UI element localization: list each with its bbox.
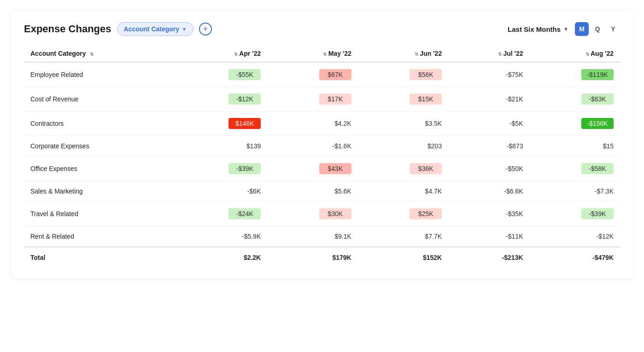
cell-value: $3.5K: [425, 120, 442, 127]
cell-apr22: $146K: [177, 111, 267, 136]
cell-apr22: $139: [177, 136, 267, 157]
cell-value: -$39K: [228, 163, 261, 174]
table-row: Office Expenses-$39K$43K$36K-$50K-$58K: [24, 157, 620, 181]
cell-value: -$12K: [597, 233, 614, 240]
cell-value: -$39K: [581, 208, 614, 219]
col-header-jul22[interactable]: ⇅ Jul '22: [448, 45, 529, 62]
plus-icon: +: [203, 25, 208, 33]
cell-value: -$75K: [506, 71, 523, 78]
filter-label: Account Category: [124, 25, 180, 33]
expense-table: Account Category ⇅ ⇅ Apr '22 ⇅ May '22 ⇅…: [24, 45, 620, 268]
table-row: Contractors$146K$4.2K$3.5K-$5K-$156K: [24, 111, 620, 136]
table-row: Corporate Expenses$139-$1.6K$203-$873$15: [24, 136, 620, 157]
cell-jun22: $56K: [358, 62, 448, 87]
cell-value: $146K: [228, 118, 261, 129]
monthly-view-button[interactable]: M: [575, 22, 589, 36]
cell-value: $17K: [319, 94, 351, 105]
cell-value: -$5K: [509, 120, 523, 127]
yearly-view-button[interactable]: Y: [606, 22, 620, 36]
cell-may22: -$1.6K: [267, 136, 357, 157]
view-toggles: M Q Y: [575, 22, 620, 36]
table-row: Sales & Marketing-$6K$5.6K$4.7K-$6.6K-$7…: [24, 181, 620, 202]
cell-jul22: -$873: [448, 136, 529, 157]
cell-jul22: -$11K: [448, 226, 529, 247]
add-filter-button[interactable]: +: [199, 23, 212, 35]
cell-value: $4.2K: [334, 120, 351, 127]
cell-value: $67K: [319, 69, 351, 80]
sort-icon: ⇅: [90, 52, 94, 57]
cell-category: Rent & Related: [24, 226, 177, 247]
col-header-may22[interactable]: ⇅ May '22: [267, 45, 357, 62]
cell-aug22: -$58K: [529, 157, 620, 181]
cell-value: -$156K: [581, 118, 614, 129]
expense-changes-widget: Expense Changes Account Category ▼ + Las…: [11, 11, 633, 279]
cell-value: $203: [427, 142, 442, 150]
table-row: Rent & Related-$5.9K$9.1K$7.7K-$11K-$12K: [24, 226, 620, 247]
cell-jun22: $15K: [358, 87, 448, 111]
sort-icon: ⇅: [415, 52, 418, 57]
cell-apr22: -$55K: [177, 62, 267, 87]
totals-row: Total $2.2K $179K $152K -$213K -$479K: [24, 247, 620, 268]
cell-jul22: -$75K: [448, 62, 529, 87]
cell-value: $7.7K: [425, 233, 442, 240]
cell-jun22: $203: [358, 136, 448, 157]
cell-value: -$55K: [228, 69, 261, 80]
cell-category: Corporate Expenses: [24, 136, 177, 157]
cell-category: Travel & Related: [24, 202, 177, 226]
period-chevron-icon: ▼: [563, 26, 568, 32]
cell-category: Office Expenses: [24, 157, 177, 181]
table-row: Travel & Related-$24K$30K$25K-$35K-$39K: [24, 202, 620, 226]
cell-aug22: $15: [529, 136, 620, 157]
cell-value: $30K: [319, 208, 351, 219]
cell-aug22: -$12K: [529, 226, 620, 247]
cell-value: -$5.9K: [242, 233, 261, 240]
cell-may22: $5.6K: [267, 181, 357, 202]
account-category-filter-button[interactable]: Account Category ▼: [117, 22, 193, 36]
cell-value: $36K: [410, 163, 442, 174]
table-row: Cost of Revenue-$12K$17K$15K-$21K-$83K: [24, 87, 620, 111]
cell-value: -$6K: [247, 188, 261, 195]
cell-apr22: -$24K: [177, 202, 267, 226]
cell-may22: $4.2K: [267, 111, 357, 136]
period-selector[interactable]: Last Six Months ▼: [508, 25, 568, 33]
cell-aug22: -$39K: [529, 202, 620, 226]
col-header-category[interactable]: Account Category ⇅: [24, 45, 177, 62]
header-right: Last Six Months ▼ M Q Y: [508, 22, 620, 36]
cell-apr22: -$12K: [177, 87, 267, 111]
cell-aug22: -$156K: [529, 111, 620, 136]
period-label: Last Six Months: [508, 25, 561, 33]
cell-aug22: -$83K: [529, 87, 620, 111]
table-row: Employee Related-$55K$67K$56K-$75K-$119K: [24, 62, 620, 87]
cell-value: -$58K: [581, 163, 614, 174]
cell-value: $5.6K: [334, 188, 351, 195]
cell-value: -$119K: [581, 69, 614, 80]
cell-jul22: -$6.6K: [448, 181, 529, 202]
cell-jul22: -$50K: [448, 157, 529, 181]
header: Expense Changes Account Category ▼ + Las…: [24, 22, 620, 36]
cell-value: $43K: [319, 163, 351, 174]
cell-value: -$83K: [581, 94, 614, 105]
totals-may22: $179K: [267, 247, 357, 268]
cell-apr22: -$5.9K: [177, 226, 267, 247]
cell-jun22: $36K: [358, 157, 448, 181]
table-header-row: Account Category ⇅ ⇅ Apr '22 ⇅ May '22 ⇅…: [24, 45, 620, 62]
cell-may22: $9.1K: [267, 226, 357, 247]
quarterly-view-button[interactable]: Q: [591, 22, 604, 36]
cell-value: $9.1K: [334, 233, 351, 240]
sort-icon: ⇅: [234, 52, 238, 57]
cell-may22: $17K: [267, 87, 357, 111]
cell-value: -$873: [507, 142, 523, 150]
col-header-aug22[interactable]: ⇅ Aug '22: [529, 45, 620, 62]
col-header-jun22[interactable]: ⇅ Jun '22: [358, 45, 448, 62]
cell-category: Sales & Marketing: [24, 181, 177, 202]
cell-value: -$1.6K: [332, 142, 351, 150]
cell-jun22: $3.5K: [358, 111, 448, 136]
cell-jul22: -$5K: [448, 111, 529, 136]
page-title: Expense Changes: [24, 23, 111, 35]
cell-value: -$11K: [506, 233, 523, 240]
chevron-down-icon: ▼: [182, 27, 187, 32]
cell-jun22: $25K: [358, 202, 448, 226]
cell-value: -$35K: [506, 210, 523, 217]
cell-jul22: -$35K: [448, 202, 529, 226]
col-header-apr22[interactable]: ⇅ Apr '22: [177, 45, 267, 62]
